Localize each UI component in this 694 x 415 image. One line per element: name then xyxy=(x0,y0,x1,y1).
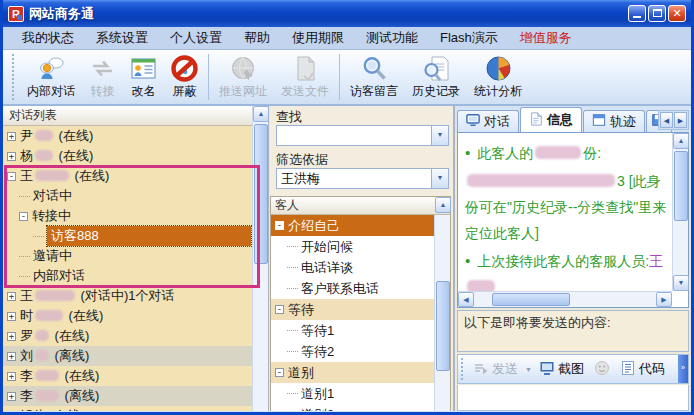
tree-row[interactable]: 道别2 xyxy=(271,404,434,411)
toolbar-button-send-file[interactable]: 发送文件 xyxy=(274,50,336,104)
guest-list-scrollbar[interactable]: ▲ xyxy=(434,215,450,411)
tree-row[interactable]: +杨 (在线) xyxy=(3,146,253,166)
collapse-icon[interactable]: - xyxy=(19,212,28,221)
conversation-scrollbar[interactable]: ▲ xyxy=(252,106,268,411)
menu-item-2[interactable]: 个人设置 xyxy=(159,27,233,49)
info-text-segment: 王 xyxy=(649,253,663,269)
toolbar-button-stats[interactable]: 统计分析 xyxy=(467,50,529,104)
tab-label: 轨迹 xyxy=(610,113,636,131)
info-vertical-scrollbar[interactable]: ▲ ▼ xyxy=(672,133,688,291)
menu-item-0[interactable]: 我的状态 xyxy=(11,27,85,49)
send-button[interactable]: 发送 xyxy=(468,358,523,381)
toolbar-button-push-url[interactable]: 推送网址 xyxy=(212,50,274,104)
filter-combobox[interactable]: 王洪梅 ▼ xyxy=(276,168,449,189)
tree-row[interactable]: -王 (在线) xyxy=(3,166,253,186)
tree-row[interactable]: 邀请中 xyxy=(3,246,253,266)
tree-row[interactable]: +解伟 (在线) xyxy=(3,406,253,411)
code-button[interactable]: 代码 xyxy=(615,358,670,381)
screenshot-button[interactable]: 截图 xyxy=(534,358,589,381)
collapse-icon[interactable]: - xyxy=(7,172,16,181)
expand-icon[interactable]: + xyxy=(7,392,16,401)
tab-scroll-left-button[interactable]: ◀ xyxy=(660,112,673,128)
scroll-up-button[interactable]: ▲ xyxy=(673,133,689,149)
scroll-up-button[interactable]: ▲ xyxy=(253,106,269,122)
toolbar-button-internal-chat[interactable]: 内部对话 xyxy=(20,50,82,104)
tree-row[interactable]: +王 (对话中)1个对话 xyxy=(3,286,253,306)
conversation-panel: 对话列表 +尹 (在线)+杨 (在线)-王 (在线)对话中-转接中访客888邀请… xyxy=(3,106,269,411)
toolbar-button-history[interactable]: 历史记录 xyxy=(405,50,467,104)
chevron-down-icon[interactable]: ▼ xyxy=(431,126,448,145)
tree-row[interactable]: -介绍自己 xyxy=(271,215,434,236)
scroll-left-button[interactable]: ◀ xyxy=(458,292,474,307)
tree-row[interactable]: 等待1 xyxy=(271,320,434,341)
tree-row[interactable]: +罗 (在线) xyxy=(3,326,253,346)
scrollbar-thumb[interactable] xyxy=(254,124,268,264)
scrollbar-thumb[interactable] xyxy=(436,281,450,371)
tab-track[interactable]: 轨迹 xyxy=(583,110,645,132)
toolbar-button-visitor-message[interactable]: 访客留言 xyxy=(343,50,405,104)
emoticon-icon xyxy=(594,360,610,379)
toolbar-button-rename[interactable]: 改名 xyxy=(123,50,164,104)
expand-icon[interactable]: + xyxy=(7,132,16,141)
tree-connector xyxy=(287,393,298,394)
tree-row[interactable]: 对话中 xyxy=(3,186,253,206)
menu-item-7[interactable]: 增值服务 xyxy=(509,27,583,49)
compose-input[interactable] xyxy=(457,385,689,411)
scrollbar-thumb[interactable] xyxy=(674,151,688,221)
info-horizontal-scrollbar[interactable]: ◀ ▶ xyxy=(458,291,672,307)
scroll-right-button[interactable]: ▶ xyxy=(656,292,672,307)
expand-icon[interactable]: + xyxy=(7,332,16,341)
menu-item-5[interactable]: 测试功能 xyxy=(355,27,429,49)
filter-label: 筛选依据 xyxy=(276,151,449,168)
tree-row[interactable]: 道别1 xyxy=(271,383,434,404)
tree-row[interactable]: -等待 xyxy=(271,299,434,320)
toolbar-button-transfer[interactable]: 转接 xyxy=(82,50,123,104)
tree-row[interactable]: +刘 (离线) xyxy=(3,346,253,366)
tree-row[interactable]: 电话详谈 xyxy=(271,257,434,278)
tree-row[interactable]: -道别 xyxy=(271,362,434,383)
tree-row[interactable]: 开始问候 xyxy=(271,236,434,257)
tab-scroll-right-button[interactable]: ▶ xyxy=(674,112,687,128)
minimize-button[interactable] xyxy=(628,5,646,22)
tree-row[interactable]: +时 (在线) xyxy=(3,306,253,326)
emoticon-button[interactable] xyxy=(589,358,615,381)
chevron-down-icon[interactable]: ▼ xyxy=(525,366,532,373)
censored-text xyxy=(35,370,59,381)
menu-item-1[interactable]: 系统设置 xyxy=(85,27,159,49)
scroll-up-button[interactable]: ▲ xyxy=(435,197,451,213)
maximize-button[interactable] xyxy=(648,5,666,22)
tree-row[interactable]: 等待2 xyxy=(271,341,434,362)
toolbar-overflow-button[interactable]: » xyxy=(678,355,688,383)
expand-icon[interactable]: + xyxy=(7,152,16,161)
toolbar-button-block[interactable]: 屏蔽 xyxy=(164,50,205,104)
find-combobox[interactable]: ▼ xyxy=(276,125,449,146)
close-button[interactable]: ✕ xyxy=(668,5,686,22)
tree-row-label: 电话详谈 xyxy=(301,259,353,277)
tree-row[interactable]: -转接中 xyxy=(3,206,253,226)
tree-row[interactable]: 内部对话 xyxy=(3,266,253,286)
tree-row[interactable]: +尹 (在线) xyxy=(3,126,253,146)
censored-text xyxy=(35,330,49,341)
menu-item-4[interactable]: 使用期限 xyxy=(281,27,355,49)
collapse-icon[interactable]: - xyxy=(275,305,284,314)
info-bullet: •上次接待此客人的客服人员:王 xyxy=(465,248,670,291)
tree-row[interactable]: 客户联系电话 xyxy=(271,278,434,299)
collapse-icon[interactable]: - xyxy=(275,221,284,230)
tree-row[interactable]: +李 (离线) xyxy=(3,386,253,406)
tree-row[interactable]: 访客888 xyxy=(3,226,253,246)
scrollbar-thumb[interactable] xyxy=(492,293,570,306)
expand-icon[interactable]: + xyxy=(7,292,16,301)
visitor-message-icon xyxy=(361,55,388,82)
expand-icon[interactable]: + xyxy=(7,352,16,361)
tree-row[interactable]: +李 (在线) xyxy=(3,366,253,386)
censored-text xyxy=(467,280,495,291)
expand-icon[interactable]: + xyxy=(7,372,16,381)
expand-icon[interactable]: + xyxy=(7,312,16,321)
tab-chat[interactable]: 对话 xyxy=(457,110,519,132)
menu-item-3[interactable]: 帮助 xyxy=(233,27,281,49)
collapse-icon[interactable]: - xyxy=(275,368,284,377)
chevron-down-icon[interactable]: ▼ xyxy=(431,169,448,188)
tab-info[interactable]: 信息 xyxy=(520,107,582,132)
scroll-down-button[interactable]: ▼ xyxy=(673,275,689,291)
menu-item-6[interactable]: Flash演示 xyxy=(429,27,509,49)
